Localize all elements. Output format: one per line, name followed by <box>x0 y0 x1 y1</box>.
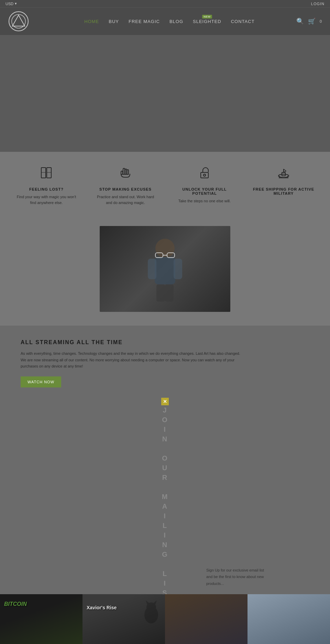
feature-desc-1: Find your way with magic you won't find … <box>15 194 77 205</box>
popup-close-button[interactable]: ✕ <box>161 398 169 405</box>
unlock-icon <box>174 166 235 183</box>
product-card-savant[interactable]: SAVANT Dennis Him <box>248 594 330 644</box>
currency-label: USD <box>6 2 13 6</box>
product-grid: BITCOIN takes two NO SURANO Xavior's Ris… <box>0 594 330 644</box>
portrait-section <box>0 219 330 326</box>
svg-rect-4 <box>47 168 51 178</box>
join-letter-i3: I <box>164 530 166 540</box>
join-letter-j: J <box>163 405 167 415</box>
svg-rect-20 <box>174 259 182 279</box>
login-link[interactable]: LOGIN <box>311 2 324 6</box>
svg-rect-10 <box>127 170 129 174</box>
join-letter-i2: I <box>164 511 166 521</box>
feature-desc-3: Take the steps no one else will. <box>174 198 235 204</box>
hand-icon <box>95 166 156 183</box>
join-letter-i4: I <box>164 578 166 588</box>
svg-rect-9 <box>125 169 127 174</box>
feature-unlock-potential: UNLOCK YOUR FULL POTENTIAL Take the step… <box>170 166 239 204</box>
join-letter-g: G <box>162 550 168 559</box>
cart-count: 0 <box>320 19 322 23</box>
streaming-heading: ALL STREAMING ALL THE TIME <box>21 339 309 346</box>
cart-icon[interactable]: 🛒 <box>308 18 316 25</box>
streaming-body: As with everything, time changes. Techno… <box>21 350 241 370</box>
features-section: FEELING LOST? Find your way with magic y… <box>0 152 330 219</box>
join-letter-o: O <box>162 415 168 425</box>
nav-sleighted-wrap: NEW SLEIGHTED <box>193 18 221 24</box>
svg-rect-3 <box>41 168 46 178</box>
book-icon <box>15 166 77 183</box>
streaming-popup-wrap: ALL STREAMING ALL THE TIME As with every… <box>0 326 330 405</box>
navbar: HOME BUY FREE MAGIC BLOG NEW SLEIGHTED C… <box>0 7 330 35</box>
join-letter-r: R <box>162 473 168 482</box>
watch-now-button[interactable]: WATCH NOW <box>21 376 61 387</box>
nav-home[interactable]: HOME <box>84 19 99 24</box>
svg-rect-19 <box>148 259 156 279</box>
bitcoin-card-title: BITCOIN <box>4 601 27 607</box>
search-icon[interactable]: 🔍 <box>296 18 304 25</box>
top-bar: USD ▾ LOGIN <box>0 0 330 7</box>
svg-marker-2 <box>12 15 25 26</box>
join-letter-l: L <box>163 521 167 530</box>
join-letter-l2: L <box>163 569 167 578</box>
svg-rect-8 <box>123 168 125 174</box>
feature-free-military: FREE SHIPPING FOR ACTIVE MILITARY <box>249 166 318 198</box>
nav-free-magic[interactable]: FREE MAGIC <box>129 19 160 24</box>
feature-title-4: FREE SHIPPING FOR ACTIVE MILITARY <box>253 187 315 195</box>
nav-blog[interactable]: BLOG <box>169 19 183 24</box>
feature-title-1: FEELING LOST? <box>15 187 77 191</box>
join-letter-i: I <box>164 425 166 434</box>
feature-title-3: UNLOCK YOUR FULL POTENTIAL <box>174 187 235 195</box>
feature-title-2: STOP MAKING EXCUSES <box>95 187 156 191</box>
signup-text: Sign Up for our exclusive email list and… <box>206 567 268 587</box>
svg-rect-21 <box>156 284 165 302</box>
product-card-thepass[interactable]: THE PASS <box>165 594 248 644</box>
portrait-placeholder <box>100 226 230 312</box>
streaming-section: ALL STREAMING ALL THE TIME As with every… <box>0 326 330 401</box>
join-section: J O I N · O U R · M A I L I N G · L I S … <box>0 405 330 594</box>
join-letter-a: A <box>162 501 168 511</box>
ship-icon <box>253 166 315 183</box>
nav-contact[interactable]: CONTACT <box>231 19 255 24</box>
xavior-card-title: Xavior's Rise <box>87 605 117 611</box>
join-letter-n: N <box>162 434 168 444</box>
svg-rect-18 <box>155 257 175 284</box>
logo[interactable] <box>8 11 29 32</box>
nav-sleighted[interactable]: SLEIGHTED <box>193 19 221 24</box>
svg-point-13 <box>204 174 206 176</box>
portrait-image <box>100 226 230 312</box>
nav-links: HOME BUY FREE MAGIC BLOG NEW SLEIGHTED C… <box>43 18 296 24</box>
join-letter-n2: N <box>162 540 168 550</box>
join-letter-u: U <box>162 463 168 473</box>
currency-chevron: ▾ <box>15 1 17 6</box>
svg-rect-12 <box>201 172 208 178</box>
product-card-bitcoin[interactable]: BITCOIN takes two NO SURANO <box>0 594 82 644</box>
hero-banner <box>0 35 330 152</box>
navbar-icons: 🔍 🛒 0 <box>296 18 322 25</box>
feature-feeling-lost: FEELING LOST? Find your way with magic y… <box>12 166 81 205</box>
feature-stop-excuses: STOP MAKING EXCUSES Practice and stand o… <box>91 166 160 205</box>
feature-desc-2: Practice and stand out. Work hard and do… <box>95 194 156 205</box>
currency-selector[interactable]: USD ▾ <box>6 1 17 6</box>
new-badge: NEW <box>202 15 212 19</box>
product-card-xavior[interactable]: Xavior's Rise <box>82 594 165 644</box>
join-letter-o2: O <box>162 453 168 463</box>
join-letter-m: M <box>162 492 168 501</box>
svg-rect-22 <box>165 284 174 302</box>
nav-buy[interactable]: BUY <box>109 19 119 24</box>
